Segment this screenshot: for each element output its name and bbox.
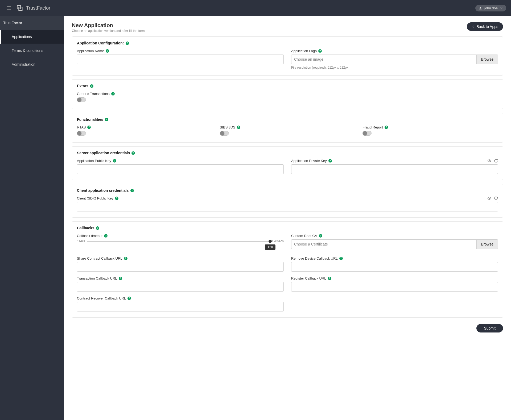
help-icon[interactable]: ?: [318, 49, 322, 53]
chevron-down-icon: [500, 6, 503, 10]
help-icon[interactable]: ?: [130, 189, 134, 192]
app-logo: TrustFactor: [16, 4, 50, 12]
page-header: New Application Choose an application ve…: [72, 22, 503, 33]
user-name: john.doe: [484, 6, 498, 10]
panel-functionalities: Functionalities ? RTAS ? SIBS 3DS ?: [72, 113, 503, 143]
application-name-input[interactable]: [77, 55, 284, 64]
browse-button[interactable]: Browse: [476, 55, 498, 64]
label-fraud-report: Fraud Report ?: [362, 125, 498, 129]
help-icon[interactable]: ?: [127, 297, 131, 300]
slider-max: 120secs: [272, 239, 284, 243]
help-icon[interactable]: ?: [385, 126, 388, 129]
application-private-key-input[interactable]: [291, 164, 498, 174]
label-register-url: Register Callback URL ?: [291, 276, 498, 280]
callback-timeout-slider[interactable]: 1secs 120 120secs: [77, 239, 284, 243]
panel-app-configuration: Application Configuration: ? Application…: [72, 36, 503, 76]
label-app-logo: Application Logo ?: [291, 49, 498, 53]
help-icon[interactable]: ?: [115, 197, 118, 200]
svg-point-6: [489, 160, 490, 161]
label-rtas: RTAS ?: [77, 125, 212, 129]
help-icon[interactable]: ?: [328, 277, 331, 280]
panel-callbacks: Callbacks ? Callback timeout ? 1secs 120…: [72, 221, 503, 318]
help-icon[interactable]: ?: [90, 84, 93, 88]
panel-server-credentials: Server application credentials ? Applica…: [72, 146, 503, 180]
toggle-rtas[interactable]: [77, 131, 86, 136]
page-subtitle: Choose an application version and after …: [72, 29, 145, 33]
refresh-icon[interactable]: [494, 196, 498, 200]
panel-title-functionalities: Functionalities ?: [77, 117, 498, 122]
help-icon[interactable]: ?: [104, 234, 108, 238]
app-name: TrustFactor: [26, 5, 50, 11]
sidebar-item-terms[interactable]: Terms & conditions: [0, 44, 64, 57]
panel-client-credentials: Client application credentials ? Client …: [72, 184, 503, 218]
label-custom-root-ca: Custom Root CA ?: [291, 234, 498, 238]
svg-point-5: [480, 7, 481, 8]
toggle-generic-transactions[interactable]: [77, 97, 86, 102]
help-icon[interactable]: ?: [111, 92, 115, 95]
slider-min: 1secs: [77, 239, 85, 243]
app-header: TrustFactor john.doe: [0, 0, 511, 16]
toggle-sibs-3ds[interactable]: [220, 131, 229, 136]
eye-off-icon[interactable]: [487, 196, 491, 200]
logo-hint: File resolution (required): 512px x 512p…: [291, 66, 498, 69]
label-app-private-key: Application Private Key ?: [291, 159, 498, 163]
slider-thumb[interactable]: [269, 240, 272, 243]
label-app-name: Application Name ?: [77, 49, 284, 53]
help-icon[interactable]: ?: [328, 159, 332, 163]
refresh-icon[interactable]: [494, 159, 498, 163]
label-contract-recover-url: Contract Recover Callback URL ?: [77, 296, 284, 300]
contract-recover-url-input[interactable]: [77, 302, 284, 311]
browse-button[interactable]: Browse: [476, 240, 498, 249]
help-icon[interactable]: ?: [339, 257, 343, 260]
help-icon[interactable]: ?: [124, 257, 127, 260]
panel-title-server-credentials: Server application credentials ?: [77, 151, 498, 155]
label-transaction-url: Transaction Callback URL ?: [77, 276, 284, 280]
submit-button[interactable]: Submit: [476, 324, 503, 332]
label-remove-device-url: Remove Device Callback URL ?: [291, 256, 498, 260]
main-content: New Application Choose an application ve…: [64, 16, 511, 420]
help-icon[interactable]: ?: [126, 41, 129, 45]
register-url-input[interactable]: [291, 282, 498, 292]
help-icon[interactable]: ?: [119, 277, 122, 280]
help-icon[interactable]: ?: [106, 49, 109, 53]
slider-track[interactable]: 120: [87, 241, 270, 242]
user-menu-button[interactable]: john.doe: [475, 5, 506, 11]
sidebar-item-applications[interactable]: Applications: [0, 30, 64, 44]
root-ca-placeholder: Choose a Certificate: [291, 240, 476, 249]
hamburger-menu-button[interactable]: [5, 4, 13, 12]
sidebar-item-administration[interactable]: Administration: [0, 57, 64, 71]
application-logo-input[interactable]: Choose an image Browse: [291, 55, 498, 64]
transaction-url-input[interactable]: [77, 282, 284, 292]
share-contract-url-input[interactable]: [77, 262, 284, 272]
help-icon[interactable]: ?: [113, 159, 116, 163]
panel-extras: Extras ? Generic Transactions ?: [72, 79, 503, 109]
label-callback-timeout: Callback timeout ?: [77, 234, 284, 238]
toggle-fraud-report[interactable]: [362, 131, 372, 136]
sidebar: TrustFactor Applications Terms & conditi…: [0, 16, 64, 420]
back-to-apps-button[interactable]: Back to Apps: [467, 22, 503, 31]
chevron-left-icon: [472, 25, 475, 28]
submit-bar: Submit: [72, 324, 503, 332]
application-public-key-input[interactable]: [77, 164, 284, 174]
slider-tooltip: 120: [265, 244, 275, 250]
help-icon[interactable]: ?: [87, 126, 91, 129]
panel-title-callbacks: Callbacks ?: [77, 226, 498, 230]
help-icon[interactable]: ?: [319, 234, 322, 238]
logo-placeholder: Choose an image: [291, 55, 476, 64]
help-icon[interactable]: ?: [131, 151, 135, 155]
hamburger-icon: [6, 5, 12, 11]
custom-root-ca-input[interactable]: Choose a Certificate Browse: [291, 239, 498, 249]
label-app-public-key: Application Public Key ?: [77, 159, 284, 163]
help-icon[interactable]: ?: [237, 126, 240, 129]
label-sibs-3ds: SIBS 3DS ?: [220, 125, 355, 129]
panel-title-extras: Extras ?: [77, 84, 498, 88]
label-generic-transactions: Generic Transactions ?: [77, 92, 498, 96]
eye-icon[interactable]: [487, 159, 491, 163]
client-sdk-public-key-input[interactable]: [77, 202, 498, 211]
remove-device-url-input[interactable]: [291, 262, 498, 272]
help-icon[interactable]: ?: [105, 118, 108, 121]
label-sdk-public-key: Client (SDK) Public Key ?: [77, 196, 498, 200]
help-icon[interactable]: ?: [96, 226, 99, 230]
sidebar-header: TrustFactor: [0, 16, 64, 30]
panel-title-client-credentials: Client application credentials ?: [77, 188, 498, 193]
